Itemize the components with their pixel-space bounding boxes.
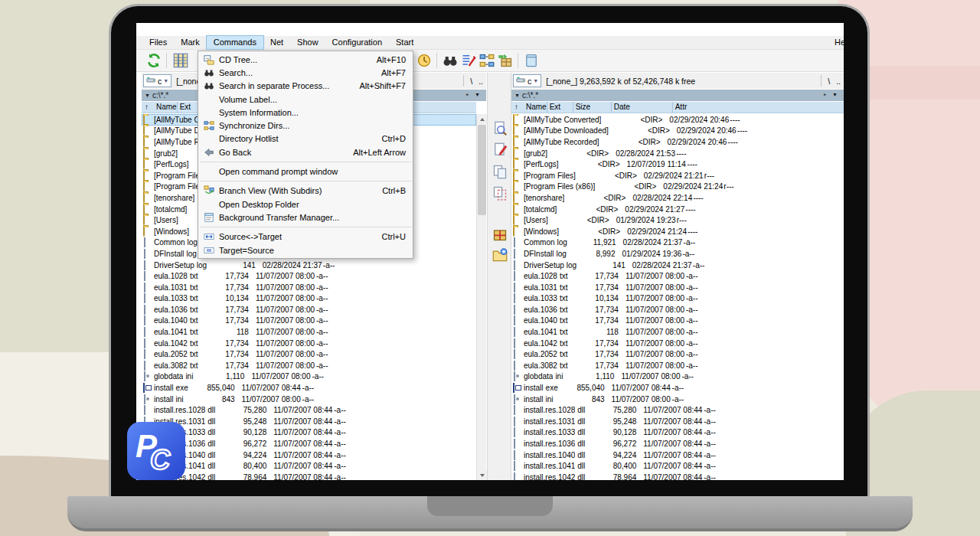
- menu-item-volume-label[interactable]: Volume Label...: [198, 93, 413, 106]
- select-files-button[interactable]: *: [466, 92, 469, 100]
- header-attr[interactable]: Attr: [673, 102, 844, 113]
- drive-selector[interactable]: c▼: [143, 74, 172, 87]
- table-row[interactable]: install.res.1040dll94,22411/07/2007 08:4…: [511, 449, 844, 461]
- menu-item-cd-tree[interactable]: CD Tree...Alt+F10: [198, 53, 413, 66]
- table-row[interactable]: eula.1042txt17,73411/07/2007 08:00-a--: [142, 338, 476, 349]
- refresh-icon[interactable]: [146, 53, 162, 68]
- menu-item-system-information[interactable]: System Information...: [198, 106, 413, 119]
- table-row[interactable]: [AllMyTube Converted]<DIR>02/29/2024 20:…: [511, 114, 844, 126]
- header-ext[interactable]: Ext: [547, 102, 573, 113]
- table-row[interactable]: globdataini1,11011/07/2007 08:00-a--: [511, 371, 844, 383]
- table-row[interactable]: eula.1031txt17,73411/07/2007 08:00-a--: [511, 282, 844, 293]
- table-row[interactable]: install.res.1041dll80,40011/07/2007 08:4…: [142, 460, 476, 472]
- copy-icon[interactable]: [492, 164, 508, 179]
- table-row[interactable]: eula.1040txt17,73411/07/2007 08:00-a--: [511, 315, 844, 327]
- menu-item-synchronize-dirs[interactable]: Synchronize Dirs...: [198, 119, 413, 132]
- table-row[interactable]: installexe855,04011/07/2007 08:44-a--: [511, 382, 844, 394]
- table-row[interactable]: eula.1033txt10,13411/07/2007 08:00-a--: [142, 293, 476, 305]
- drive-selector[interactable]: c▼: [513, 74, 541, 87]
- tab-menu-icon[interactable]: ▼: [475, 92, 480, 100]
- table-row[interactable]: [Windows]<DIR>02/29/2024 21:24----: [511, 226, 844, 237]
- table-row[interactable]: DFInstalllog8,99201/29/2024 19:36-a--: [511, 248, 844, 260]
- root-dir-button[interactable]: \: [467, 77, 475, 86]
- menu-item-commands[interactable]: Commands: [207, 36, 263, 49]
- table-row[interactable]: install.res.1033dll90,12811/07/2007 08:4…: [511, 427, 844, 439]
- table-row[interactable]: [Program Files]<DIR>02/29/2024 21:21r---: [511, 170, 844, 181]
- table-row[interactable]: globdataini1,11011/07/2007 08:00-a--: [142, 371, 476, 383]
- brief-view-icon[interactable]: [173, 53, 188, 68]
- header-name[interactable]: Name: [524, 102, 547, 113]
- table-row[interactable]: eula.1028txt17,73411/07/2007 08:00-a--: [511, 270, 844, 282]
- table-row[interactable]: eula.1040txt17,73411/07/2007 08:00-a--: [142, 315, 476, 327]
- table-row[interactable]: install.res.1042dll78,96411/07/2007 08:4…: [142, 472, 476, 480]
- root-dir-button[interactable]: \: [825, 77, 833, 86]
- move-icon[interactable]: [492, 185, 508, 201]
- header-name[interactable]: Name: [154, 102, 178, 113]
- table-row[interactable]: [AllMyTube Downloaded]<DIR>02/29/2024 20…: [511, 126, 844, 137]
- menu-item-target-source[interactable]: Target=Source: [198, 243, 413, 257]
- menu-item-background-transfer-manager[interactable]: Background Transfer Manager...: [198, 211, 413, 224]
- table-row[interactable]: install.res.1028dll75,28011/07/2007 08:4…: [142, 404, 476, 416]
- table-row[interactable]: eula.1041txt11811/07/2007 08:00-a--: [142, 326, 476, 338]
- search-icon[interactable]: [443, 53, 458, 68]
- scroll-down-icon[interactable]: [477, 470, 487, 480]
- table-row[interactable]: installexe855,04011/07/2007 08:44-a--: [142, 382, 476, 394]
- ftp-icon[interactable]: [416, 53, 432, 68]
- table-row[interactable]: [PerfLogs]<DIR>12/07/2019 11:14----: [511, 159, 844, 170]
- scroll-up-icon[interactable]: [477, 114, 487, 124]
- table-row[interactable]: [totalcmd]<DIR>02/29/2024 21:27----: [511, 204, 844, 215]
- tab-menu-icon[interactable]: ▼: [832, 92, 838, 100]
- menu-item-open-desktop-folder[interactable]: Open Desktop Folder: [198, 198, 413, 211]
- parent-dir-button[interactable]: ..: [833, 77, 844, 86]
- pack-icon[interactable]: [492, 227, 508, 242]
- table-row[interactable]: Commonlog11,92102/28/2024 21:37-a--: [511, 237, 844, 249]
- table-row[interactable]: eula.1033txt10,13411/07/2007 08:00-a--: [511, 293, 844, 305]
- table-row[interactable]: install.res.1036dll96,27211/07/2007 08:4…: [142, 438, 476, 449]
- table-row[interactable]: install.res.1042dll78,96411/07/2007 08:4…: [511, 472, 844, 480]
- dir-dropdown-icon[interactable]: ▼: [145, 93, 150, 98]
- table-row[interactable]: install.res.1031dll95,24811/07/2007 08:4…: [511, 416, 844, 427]
- table-row[interactable]: eula.1031txt17,73411/07/2007 08:00-a--: [142, 282, 476, 293]
- sync-dirs-icon[interactable]: [479, 53, 495, 68]
- table-row[interactable]: [Users]<DIR>01/29/2024 19:23r---: [511, 214, 844, 226]
- table-row[interactable]: eula.1041txt11811/07/2007 08:00-a--: [511, 326, 844, 338]
- parent-dir-button[interactable]: ..: [475, 77, 486, 86]
- menu-item-files[interactable]: Files: [142, 36, 174, 49]
- menu-item-open-command-prompt-window[interactable]: Open command prompt window: [198, 165, 413, 178]
- menu-item-source-target[interactable]: Source<->TargetCtrl+U: [198, 230, 413, 243]
- table-row[interactable]: eula.2052txt17,73411/07/2007 08:00-a--: [511, 348, 844, 360]
- dir-dropdown-icon[interactable]: ▼: [514, 93, 520, 98]
- table-row[interactable]: eula.1036txt17,73411/07/2007 08:00-a--: [142, 304, 476, 315]
- table-row[interactable]: install.res.1033dll90,12811/07/2007 08:4…: [142, 427, 476, 439]
- menu-item-mark[interactable]: Mark: [174, 36, 206, 49]
- menu-item-branch-view-with-subdirs[interactable]: Branch View (With Subdirs)Ctrl+B: [198, 185, 413, 198]
- notepad-icon[interactable]: [524, 53, 539, 68]
- scrollbar-thumb[interactable]: [478, 125, 486, 215]
- table-row[interactable]: eula.3082txt17,73411/07/2007 08:00-a--: [142, 360, 476, 371]
- header-date[interactable]: Date: [612, 102, 673, 113]
- table-row[interactable]: DriverSetuplog14102/28/2024 21:37-a--: [142, 260, 476, 271]
- menu-item-show[interactable]: Show: [290, 36, 325, 49]
- menu-item-search-in-separate-process[interactable]: Search in separate Process...Alt+Shift+F…: [198, 80, 413, 93]
- table-row[interactable]: eula.2052txt17,73411/07/2007 08:00-a--: [142, 348, 476, 360]
- table-row[interactable]: install.res.1031dll95,24811/07/2007 08:4…: [142, 416, 476, 427]
- menu-item-search[interactable]: Search...Alt+F7: [198, 66, 413, 79]
- table-row[interactable]: installini84311/07/2007 08:00-a--: [511, 394, 844, 405]
- table-row[interactable]: eula.3082txt17,73411/07/2007 08:00-a--: [511, 360, 844, 371]
- table-row[interactable]: install.res.1041dll80,40011/07/2007 08:4…: [511, 460, 844, 472]
- table-row[interactable]: [grub2]<DIR>02/28/2024 21:53----: [511, 148, 844, 159]
- menu-item-go-back[interactable]: Go BackAlt+Left Arrow: [198, 145, 413, 159]
- table-row[interactable]: eula.1036txt17,73411/07/2007 08:00-a--: [511, 304, 844, 315]
- new-folder-icon[interactable]: [492, 247, 508, 263]
- table-row[interactable]: [tenorshare]<DIR>02/28/2024 22:14----: [511, 192, 844, 204]
- table-row[interactable]: install.res.1040dll94,22411/07/2007 08:4…: [142, 449, 476, 461]
- table-row[interactable]: [Program Files (x86)]<DIR>02/29/2024 21:…: [511, 181, 844, 193]
- menu-item-help[interactable]: Help: [831, 36, 844, 49]
- select-files-button[interactable]: *: [824, 92, 827, 100]
- table-row[interactable]: install.res.1028dll75,28011/07/2007 08:4…: [511, 404, 844, 416]
- scrollbar[interactable]: [476, 114, 486, 480]
- menu-item-configuration[interactable]: Configuration: [325, 36, 389, 49]
- table-row[interactable]: eula.1042txt17,73411/07/2007 08:00-a--: [511, 338, 844, 349]
- compare-icon[interactable]: [461, 53, 476, 68]
- current-dir-tab[interactable]: ▼c:\*.**▼: [511, 90, 844, 101]
